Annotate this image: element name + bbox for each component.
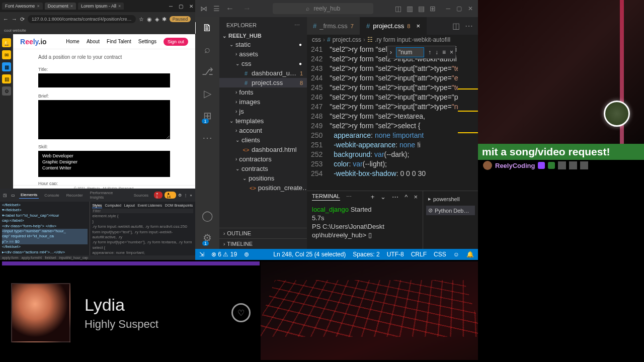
close-icon[interactable]: × — [450, 49, 453, 56]
star-icon[interactable]: ☆ — [139, 16, 144, 23]
more-icon[interactable]: ⋯ — [465, 21, 473, 31]
browser-tab[interactable]: Font Awesome× — [2, 3, 43, 10]
bc-item[interactable]: input#id_hour_cap — [59, 256, 88, 259]
close-icon[interactable]: × — [37, 4, 39, 9]
skill-option[interactable]: Web Developer — [40, 153, 168, 159]
url-bar[interactable]: 127.0.0.1:8000/contracts/contract/4/posi… — [28, 15, 136, 23]
terminal-item[interactable]: ⊘Python Deb… — [426, 206, 475, 215]
mail-icon[interactable]: ✉ — [2, 50, 11, 59]
debug-icon[interactable]: ▷ — [204, 87, 211, 100]
hamburger-icon[interactable]: ☰ — [213, 5, 220, 13]
bell-icon[interactable]: 🔔 — [2, 38, 11, 47]
breadcrumb[interactable]: css› #project.css› ☷.ry form input:-webk… — [307, 35, 478, 45]
forward-icon[interactable]: → — [12, 16, 17, 23]
code-editor[interactable]: 2412422432442452462472482492502512522532… — [307, 45, 478, 191]
folder-item[interactable]: ⌄clients — [219, 135, 307, 145]
browser-tab[interactable]: Lorem Ipsum - All× — [78, 3, 124, 10]
close-icon[interactable]: × — [416, 22, 420, 30]
streamer-name[interactable]: ReelyCoding — [495, 162, 535, 169]
close-icon[interactable]: ✕ — [468, 5, 473, 12]
folder-item[interactable]: ›assets — [219, 49, 307, 59]
status-eol[interactable]: CRLF — [411, 251, 427, 258]
heart-icon[interactable]: ♡ — [231, 303, 251, 322]
bookmark-item[interactable]: cool website — [4, 28, 26, 33]
folder-item[interactable]: ›contractors — [219, 154, 307, 164]
minimize-icon[interactable]: ─ — [169, 4, 173, 9]
minimap[interactable] — [458, 45, 478, 191]
close-icon[interactable]: × — [190, 193, 192, 198]
folder-item[interactable]: ⌄css● — [219, 59, 307, 68]
tab-styles[interactable]: Styles — [92, 203, 102, 208]
gear-icon[interactable]: ⚙ — [2, 86, 11, 96]
project-root[interactable]: ⌄REELY_HUB — [219, 32, 307, 40]
editor-tab[interactable]: #project.css8× — [360, 17, 427, 35]
status-position[interactable]: Ln 248, Col 25 (4 selected) — [273, 251, 346, 258]
inspect-icon[interactable]: ◳ — [3, 193, 7, 198]
close-icon[interactable]: × — [70, 4, 73, 9]
split-icon[interactable]: ◫ — [452, 21, 460, 31]
maximize-icon[interactable]: ▢ — [456, 5, 462, 12]
vscode-logo-icon[interactable]: ⋈ — [200, 5, 207, 13]
selection-icon[interactable]: ≡ — [442, 49, 446, 56]
back-icon[interactable]: ← — [226, 4, 234, 13]
terminal-output[interactable]: local_django Started 5.7sPS C:\Users\Jon… — [307, 203, 423, 249]
feedback-icon[interactable]: ☺ — [453, 251, 459, 258]
reload-icon[interactable]: ⟳ — [20, 16, 25, 23]
editor-tab[interactable]: #_frms.css7 — [307, 17, 360, 35]
maximize-icon[interactable]: ^ — [405, 193, 408, 201]
paused-badge[interactable]: Paused — [170, 16, 191, 22]
command-center[interactable]: ⌕reely_hub — [273, 3, 373, 14]
bc-item[interactable]: fieldset — [45, 256, 56, 259]
more-icon[interactable]: ⋯ — [202, 132, 212, 144]
styles-filter[interactable] — [92, 209, 193, 213]
tab-console[interactable]: Console — [43, 192, 60, 199]
maximize-icon[interactable]: ▢ — [179, 4, 183, 9]
title-input[interactable] — [38, 73, 170, 87]
extension-icon[interactable]: ◈ — [155, 16, 159, 23]
puzzle-icon[interactable]: ✱ — [162, 16, 167, 23]
tab-dombreakpoints[interactable]: DOM Breakpoints — [165, 203, 193, 208]
more-icon[interactable]: ⋯ — [392, 193, 398, 201]
file-item[interactable]: #dashboard_u…1 — [219, 68, 307, 78]
live-icon[interactable]: ⊚ — [244, 251, 249, 258]
warning-count[interactable]: ▲ 14 — [165, 192, 176, 199]
gear-icon[interactable]: ⚙1 — [203, 232, 212, 244]
outline-section[interactable]: ›OUTLINE — [219, 228, 307, 238]
prev-match-icon[interactable]: ↑ — [428, 49, 431, 56]
chart-icon[interactable]: ▦ — [2, 62, 11, 71]
more-icon[interactable]: ⋯ — [294, 22, 300, 29]
account-icon[interactable]: ◯ — [202, 210, 213, 222]
search-icon[interactable]: ⌕ — [204, 44, 210, 55]
folder-item[interactable]: ⌄templates — [219, 116, 307, 126]
timeline-section[interactable]: ›TIMELINE — [219, 238, 307, 249]
status-lang[interactable]: CSS — [434, 251, 446, 258]
folder-item[interactable]: ›images — [219, 97, 307, 107]
tab-computed[interactable]: Computed — [105, 203, 121, 208]
browser-tab[interactable]: Document× — [45, 3, 76, 10]
more-icon[interactable]: ⋯ — [346, 194, 352, 200]
forward-icon[interactable]: → — [243, 4, 251, 13]
folder-item[interactable]: ⌄contracts — [219, 164, 307, 173]
skill-select[interactable]: Web Developer Graphic Designer Content W… — [38, 151, 170, 177]
chevron-right-icon[interactable]: › — [390, 49, 392, 56]
nav-about[interactable]: About — [87, 39, 100, 44]
layout-icon[interactable]: ▤ — [418, 5, 425, 13]
find-input[interactable] — [396, 47, 424, 57]
menu-icon[interactable]: ⋮ — [184, 193, 188, 198]
close-icon[interactable]: × — [118, 4, 121, 9]
extension-icon[interactable]: ◉ — [147, 16, 152, 23]
code-lines[interactable]: "sel2">ry form "sel2">input:-webkit-auto… — [330, 45, 458, 191]
layout-icon[interactable]: ⊞ — [430, 5, 436, 13]
tab-perf[interactable]: Performance Insights — [89, 190, 128, 201]
tab-layout[interactable]: Layout — [124, 203, 135, 208]
tab-sources[interactable]: Sources — [132, 192, 150, 199]
tab-terminal[interactable]: TERMINAL — [312, 193, 340, 201]
new-terminal-icon[interactable]: + — [371, 193, 375, 201]
remote-icon[interactable]: ⇲ — [199, 251, 204, 258]
skill-option[interactable]: Content Writer — [40, 165, 168, 171]
folder-icon[interactable]: ▤ — [2, 74, 11, 83]
source-control-icon[interactable]: ⎇ — [202, 65, 213, 77]
layout-icon[interactable]: ◫ — [395, 5, 401, 13]
logo[interactable]: Reely.io — [20, 38, 47, 46]
styles-rules[interactable]: element.style {}.ry form input:-webkit-a… — [92, 214, 193, 255]
